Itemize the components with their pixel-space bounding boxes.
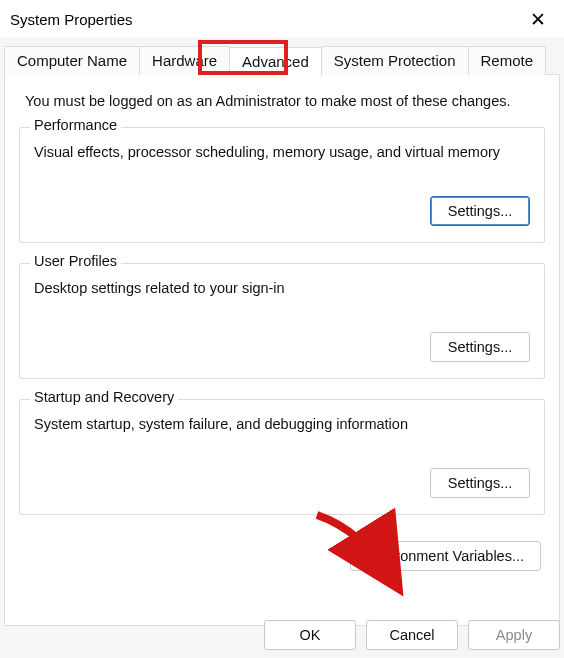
group-startup-legend: Startup and Recovery (30, 389, 178, 405)
group-performance-desc: Visual effects, processor scheduling, me… (34, 144, 530, 160)
group-performance: Performance Visual effects, processor sc… (19, 127, 545, 243)
tab-remote[interactable]: Remote (468, 46, 547, 75)
performance-settings-button[interactable]: Settings... (430, 196, 530, 226)
ok-button[interactable]: OK (264, 620, 356, 650)
tab-advanced[interactable]: Advanced (229, 47, 322, 76)
apply-button[interactable]: Apply (468, 620, 560, 650)
group-user-profiles-legend: User Profiles (30, 253, 121, 269)
group-user-profiles: User Profiles Desktop settings related t… (19, 263, 545, 379)
admin-intro-text: You must be logged on as an Administrato… (25, 93, 539, 109)
group-performance-legend: Performance (30, 117, 121, 133)
dialog-buttons: OK Cancel Apply (264, 620, 560, 650)
tab-computer-name[interactable]: Computer Name (4, 46, 140, 75)
user-profiles-settings-button[interactable]: Settings... (430, 332, 530, 362)
tab-content-advanced: You must be logged on as an Administrato… (4, 74, 560, 626)
tab-system-protection[interactable]: System Protection (321, 46, 469, 75)
group-startup-desc: System startup, system failure, and debu… (34, 416, 530, 432)
tab-hardware[interactable]: Hardware (139, 46, 230, 75)
group-user-profiles-desc: Desktop settings related to your sign-in (34, 280, 530, 296)
titlebar: System Properties ✕ (0, 0, 564, 38)
cancel-button[interactable]: Cancel (366, 620, 458, 650)
group-startup-recovery: Startup and Recovery System startup, sys… (19, 399, 545, 515)
body-panel: Computer Name Hardware Advanced System P… (0, 38, 564, 658)
window-title: System Properties (10, 11, 133, 28)
close-icon[interactable]: ✕ (524, 6, 552, 33)
tab-strip: Computer Name Hardware Advanced System P… (4, 46, 560, 75)
startup-settings-button[interactable]: Settings... (430, 468, 530, 498)
environment-variables-button[interactable]: Environment Variables... (350, 541, 541, 571)
